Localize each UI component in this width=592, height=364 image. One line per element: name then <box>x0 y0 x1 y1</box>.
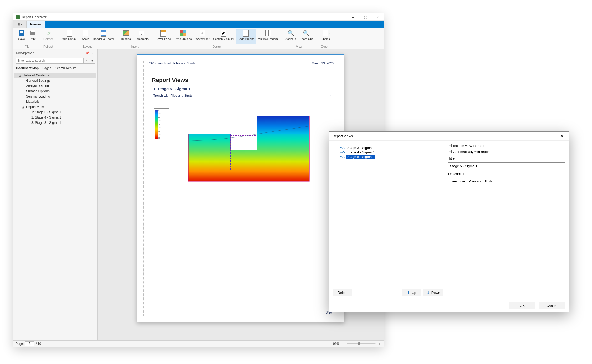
status-page-input[interactable] <box>25 341 34 346</box>
window-title: Report Generator <box>22 15 347 19</box>
ribbon-group-export: Export ▾ Export <box>316 29 334 49</box>
color-legend: 0100200300400500600700800 <box>154 108 169 140</box>
style-options-button[interactable]: Style Options <box>173 29 193 44</box>
print-icon <box>30 31 35 35</box>
svg-rect-1 <box>257 116 309 134</box>
save-button[interactable]: Save <box>16 29 27 44</box>
navtab-document-map[interactable]: Document Map <box>16 66 39 70</box>
tab-preview[interactable]: Preview <box>27 21 45 28</box>
comments-icon <box>139 31 144 35</box>
tree-item-rv2[interactable]: 2: Stage 4 - Sigma 1 <box>14 115 96 120</box>
zoom-minus-button[interactable]: − <box>341 342 345 346</box>
title-field[interactable] <box>448 162 565 169</box>
page-setup-button[interactable]: Page Setup... <box>59 29 80 44</box>
search-input[interactable] <box>16 58 84 64</box>
scale-icon <box>83 30 88 36</box>
description-field[interactable] <box>448 178 565 217</box>
search-clear-button[interactable]: × <box>84 58 89 64</box>
down-button[interactable]: ⬇Down <box>423 289 443 296</box>
tree-item-analysis[interactable]: Analysis Options <box>14 83 96 89</box>
navigation-title: Navigation <box>16 51 35 55</box>
ribbon-group-design: Cover Page Style Options A Watermark ✔ S… <box>152 29 282 49</box>
list-item[interactable]: Stage 5 - Sigma 1 <box>334 155 442 159</box>
ribbon: Save Print File ⟳ Refresh Refres <box>13 28 384 49</box>
tree-item-rv3[interactable]: 3: Stage 3 - Sigma 1 <box>14 120 96 125</box>
images-button[interactable]: Images <box>120 29 133 44</box>
search-go-button[interactable]: ▾ <box>89 58 95 64</box>
tree-item-toc[interactable]: ◢Table of Contents <box>14 73 96 78</box>
title-label: Title: <box>448 156 565 160</box>
legend-gradient <box>155 110 158 139</box>
status-zoom-value: 91% <box>333 342 339 346</box>
svg-rect-2 <box>231 134 257 150</box>
zoom-slider-thumb[interactable] <box>358 342 360 345</box>
checkbox-icon: ✔ <box>448 150 452 153</box>
tree-item-rv1[interactable]: 1: Stage 5 - Sigma 1 <box>14 110 96 115</box>
titlebar: Report Generator – ▢ × <box>13 13 384 21</box>
scale-button[interactable]: Scale <box>80 29 91 44</box>
maximize-button[interactable]: ▢ <box>359 13 371 21</box>
include-checkbox[interactable]: ✔ Include view in report <box>448 144 565 148</box>
section-visibility-icon: ✔ <box>221 30 226 37</box>
delete-button[interactable]: Delete <box>333 289 352 296</box>
list-item[interactable]: Stage 3 - Sigma 1 <box>334 146 442 150</box>
tree-item-seismic[interactable]: Seismic Loading <box>14 94 96 99</box>
page-preview: RS2 - Trench with Piles and Struts March… <box>137 54 344 322</box>
multiple-pages-button[interactable]: Multiple Pages▾ <box>256 29 280 44</box>
list-item[interactable]: Stage 4 - Sigma 1 <box>334 150 442 155</box>
watermark-icon: A <box>200 30 205 36</box>
header-footer-button[interactable]: Header & Footer <box>91 29 116 44</box>
arrow-down-icon: ⬇ <box>427 290 430 295</box>
pin-icon[interactable]: 📌 <box>85 51 89 55</box>
export-button[interactable]: Export ▾ <box>318 29 332 44</box>
zoom-in-button[interactable]: 🔍 Zoom In <box>284 29 298 44</box>
quick-access[interactable]: ▦ ▾ <box>13 21 27 28</box>
section-visibility-button[interactable]: ✔ Section Visibility <box>211 29 236 44</box>
comments-button[interactable]: Comments <box>133 29 150 44</box>
ribbon-group-file: Save Print File <box>14 29 40 49</box>
dialog-close-button[interactable]: ✕ <box>557 132 566 141</box>
ribbon-group-refresh: ⟳ Refresh Refresh <box>40 29 57 49</box>
page-breaks-icon <box>243 30 249 37</box>
print-button[interactable]: Print <box>27 29 38 44</box>
page-setup-icon <box>67 30 72 37</box>
images-icon <box>123 30 129 36</box>
description-label: Description: <box>448 172 565 176</box>
ok-button[interactable]: OK <box>509 302 535 309</box>
zoom-slider[interactable] <box>347 343 376 344</box>
page-heading: Report Views <box>152 77 329 84</box>
cancel-button[interactable]: Cancel <box>539 302 565 309</box>
minimize-button[interactable]: – <box>347 13 359 21</box>
page-breaks-button[interactable]: Page Breaks <box>236 29 256 44</box>
tree-item-report-views[interactable]: ◢Report Views <box>14 104 96 110</box>
navigation-close-icon[interactable]: × <box>90 51 95 55</box>
contour-plot <box>178 116 315 183</box>
ribbon-collapse-button[interactable]: ˄ <box>377 21 384 28</box>
autonumber-checkbox[interactable]: ✔ Automatically # in report <box>448 150 565 154</box>
save-icon <box>19 30 24 36</box>
status-bar: Page: / 10 91% − + <box>13 340 384 347</box>
refresh-button[interactable]: ⟳ Refresh <box>42 29 55 44</box>
navigation-tabs: Document Map Pages Search Results <box>13 65 97 71</box>
up-button[interactable]: ⬆Up <box>402 289 421 296</box>
cover-page-button[interactable]: Cover Page <box>154 29 173 44</box>
page-header-right: March 13, 2020 <box>312 61 334 65</box>
zoom-out-button[interactable]: 🔍 Zoom Out <box>298 29 314 44</box>
navtab-search-results[interactable]: Search Results <box>55 66 76 70</box>
contour-plot-area: 0100200300400500600700800 <box>152 106 329 190</box>
cover-page-icon <box>160 30 166 37</box>
navtab-pages[interactable]: Pages <box>42 66 51 70</box>
zoom-plus-button[interactable]: + <box>377 342 381 346</box>
page-header-left: RS2 - Trench with Piles and Struts <box>147 61 196 65</box>
close-button[interactable]: × <box>371 13 384 21</box>
status-page-total: / 10 <box>36 342 41 346</box>
tree-item-general[interactable]: General Settings <box>14 78 96 83</box>
views-listbox[interactable]: Stage 3 - Sigma 1 Stage 4 - Sigma 1 Stag… <box>333 144 443 286</box>
ribbon-group-view: 🔍 Zoom In 🔍 Zoom Out View <box>282 29 316 49</box>
dialog-footer: OK Cancel <box>329 299 569 312</box>
status-page-label: Page: <box>16 342 24 346</box>
tree-item-surface[interactable]: Surface Options <box>14 89 96 94</box>
watermark-button[interactable]: A Watermark <box>193 29 211 44</box>
document-map-tree: ◢Table of Contents General Settings Anal… <box>13 71 97 340</box>
tree-item-materials[interactable]: Materials <box>14 99 96 104</box>
